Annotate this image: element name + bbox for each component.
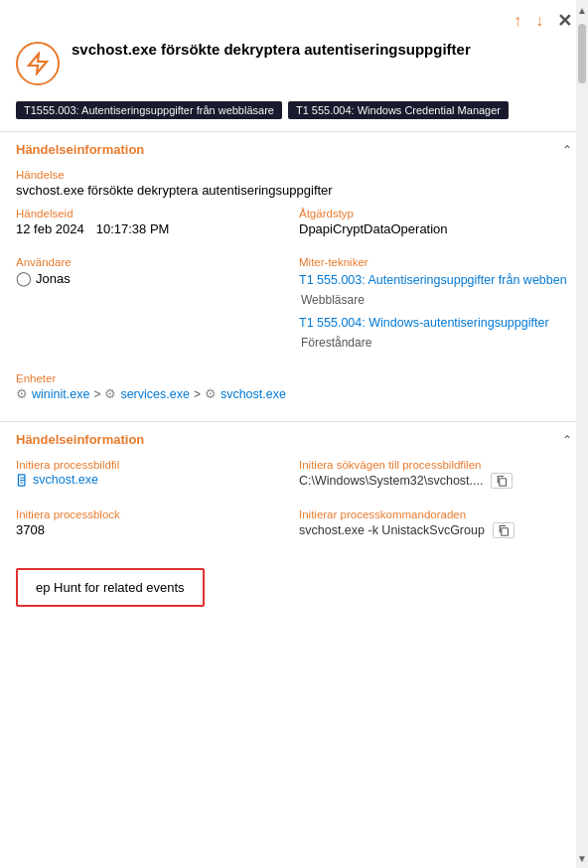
action-type-label: Åtgärdstyp: [299, 208, 572, 219]
miter-label: Miter-tekniker: [299, 256, 572, 268]
tag-1[interactable]: T1 555.004: Windows Credential Manager: [288, 101, 509, 119]
event-info-collapse-icon[interactable]: ⌃: [562, 143, 572, 157]
process-path-value-row: C:\Windows\System32\svchost....: [299, 473, 572, 489]
process-block-field: Initiera processblock 3708: [16, 508, 289, 538]
copy-path-button[interactable]: [491, 473, 513, 489]
process-block-cmd-row: Initiera processblock 3708 Initierar pro…: [16, 508, 572, 548]
miter-sub-1: Föreståndare: [301, 336, 371, 350]
copy-icon: [496, 475, 508, 487]
process-file-label: Initiera processbildfil: [16, 459, 289, 471]
event-id-label: Händelseid: [16, 208, 289, 219]
process-block-label: Initiera processblock: [16, 508, 289, 520]
event-value: svchost.exe försökte dekryptera autentis…: [16, 183, 572, 198]
process-cmd-value-row: svchost.exe -k UnistackSvcGroup: [299, 522, 572, 538]
process-file-value[interactable]: svchost.exe: [16, 473, 289, 487]
scroll-up-arrow[interactable]: ▲: [576, 0, 588, 20]
action-type-field: Åtgärdstyp DpapiCryptDataOperation: [299, 208, 572, 236]
scroll-thumb[interactable]: [578, 24, 586, 83]
event-field: Händelse svchost.exe försökte dekryptera…: [16, 169, 572, 198]
miter-item-1[interactable]: T1 555.004: Windows-autentiseringsuppgif…: [299, 313, 572, 353]
miter-id-1: T1 555.004:: [299, 316, 366, 330]
miter-sub-0: Webbläsare: [301, 293, 365, 307]
devices-label: Enheter: [16, 372, 572, 384]
process-info-section: Händelseinformation ⌃ Initiera processbi…: [0, 421, 588, 617]
alert-title: svchost.exe försökte dekryptera autentis…: [72, 40, 471, 60]
alert-icon-circle: [16, 42, 60, 85]
device-link-2[interactable]: svchost.exe: [220, 387, 286, 401]
event-time: 10:17:38 PM: [96, 221, 170, 236]
device-link-0[interactable]: wininit.exe: [32, 387, 89, 401]
close-icon[interactable]: ✕: [557, 10, 572, 32]
copy-cmd-icon: [498, 524, 510, 536]
user-label: Användare: [16, 256, 289, 268]
user-miter-row: Användare ◯ Jonas Miter-tekniker T1 555.…: [16, 256, 572, 362]
hunt-related-events-button[interactable]: ep Hunt for related events: [16, 568, 205, 607]
process-info-title: Händelseinformation: [16, 432, 144, 447]
event-label: Händelse: [16, 169, 572, 181]
device-gear-icon-0: ⚙: [16, 386, 28, 401]
tags-container: T1555.003: Autentiseringsuppgifter från …: [0, 97, 588, 131]
miter-item-0[interactable]: T1 555.003: Autentiseringsuppgifter från…: [299, 270, 572, 310]
device-link-1[interactable]: services.exe: [120, 387, 189, 401]
process-cmd-label: Initierar processkommandoraden: [299, 508, 572, 520]
file-icon: [16, 474, 29, 487]
miter-field: Miter-tekniker T1 555.003: Autentisering…: [299, 256, 572, 353]
svg-rect-4: [500, 479, 507, 487]
devices-field: Enheter ⚙ wininit.exe > ⚙ services.exe >…: [16, 372, 572, 401]
svg-rect-5: [502, 528, 509, 536]
process-cmd-field: Initierar processkommandoraden svchost.e…: [299, 508, 572, 538]
miter-items: T1 555.003: Autentiseringsuppgifter från…: [299, 270, 572, 353]
user-person-icon: ◯: [16, 270, 32, 286]
event-id-field: Händelseid 12 feb 2024 10:17:38 PM: [16, 208, 289, 236]
process-info-header: Händelseinformation ⌃: [16, 432, 572, 447]
scrollbar[interactable]: ▲ ▼: [576, 0, 588, 868]
process-block-value: 3708: [16, 522, 289, 537]
process-path-text: C:\Windows\System32\svchost....: [299, 474, 483, 488]
copy-cmd-button[interactable]: [493, 522, 514, 538]
process-cmd-text: svchost.exe -k UnistackSvcGroup: [299, 523, 485, 537]
event-id-action-row: Händelseid 12 feb 2024 10:17:38 PM Åtgär…: [16, 208, 572, 246]
navigate-up-icon[interactable]: ↑: [514, 12, 521, 30]
devices-row: ⚙ wininit.exe > ⚙ services.exe > ⚙ svcho…: [16, 386, 572, 401]
event-info-header: Händelseinformation ⌃: [16, 142, 572, 157]
top-navigation: ↑ ↓ ✕: [0, 0, 588, 40]
device-arrow-1: >: [194, 387, 201, 401]
tag-0[interactable]: T1555.003: Autentiseringsuppgifter från …: [16, 101, 282, 119]
user-value-row: ◯ Jonas: [16, 270, 289, 286]
process-file-path-row: Initiera processbildfil svchost.exe Init…: [16, 459, 572, 499]
process-path-label: Initiera sökvägen till processbildfilen: [299, 459, 572, 471]
process-path-field: Initiera sökvägen till processbildfilen …: [299, 459, 572, 489]
device-gear-icon-2: ⚙: [205, 386, 217, 401]
process-file-field: Initiera processbildfil svchost.exe: [16, 459, 289, 489]
lightning-icon: [26, 52, 50, 75]
device-gear-icon-1: ⚙: [104, 386, 116, 401]
action-type-value: DpapiCryptDataOperation: [299, 221, 572, 236]
device-arrow-0: >: [93, 387, 100, 401]
event-info-title: Händelseinformation: [16, 142, 144, 157]
alert-header: svchost.exe försökte dekryptera autentis…: [0, 40, 588, 97]
miter-id-0: T1 555.003:: [299, 273, 366, 287]
process-file-name: svchost.exe: [33, 473, 98, 487]
scroll-down-arrow[interactable]: ▼: [576, 848, 588, 868]
process-info-collapse-icon[interactable]: ⌃: [562, 433, 572, 447]
event-info-section: Händelseinformation ⌃ Händelse svchost.e…: [0, 131, 588, 421]
navigate-down-icon[interactable]: ↓: [535, 12, 543, 30]
user-field: Användare ◯ Jonas: [16, 256, 289, 353]
event-id-value: 12 feb 2024 10:17:38 PM: [16, 221, 289, 236]
miter-name-0: Autentiseringsuppgifter från webben: [368, 273, 567, 287]
miter-name-1: Windows-autentiseringsuppgifter: [368, 316, 548, 330]
event-date: 12 feb 2024: [16, 221, 84, 236]
user-value: Jonas: [36, 271, 71, 286]
